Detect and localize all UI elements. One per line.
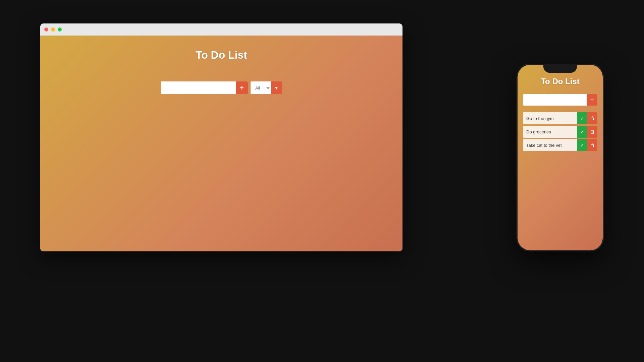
phone-device: To Do List + Go to the gym ✓ 🗑 Do grocer… <box>517 64 604 251</box>
filter-arrow-icon: ▼ <box>274 85 279 90</box>
todo-list: Go to the gym ✓ 🗑 Do groceries ✓ 🗑 Take … <box>523 112 597 151</box>
phone-screen: To Do List + Go to the gym ✓ 🗑 Do grocer… <box>518 65 603 250</box>
todo-item-3-check-button[interactable]: ✓ <box>577 139 587 151</box>
desktop-filter-select[interactable]: All Active Done <box>251 81 271 94</box>
todo-item-2-check-button[interactable]: ✓ <box>577 126 587 138</box>
todo-item-2-text: Do groceries <box>523 129 577 134</box>
desktop-add-button[interactable]: + <box>236 81 248 94</box>
maximize-button[interactable] <box>58 27 62 32</box>
phone-input-wrapper: + <box>523 94 597 106</box>
todo-item-3-delete-button[interactable]: 🗑 <box>587 139 597 151</box>
scene: To Do List + All Active Done ▼ <box>20 17 624 345</box>
desktop-input-wrapper: + <box>161 81 248 94</box>
todo-item-1-check-button[interactable]: ✓ <box>577 112 587 124</box>
desktop-browser: To Do List + All Active Done ▼ <box>40 23 402 251</box>
todo-item-1: Go to the gym ✓ 🗑 <box>523 112 597 124</box>
desktop-todo-input[interactable] <box>161 81 248 94</box>
todo-item-2-delete-button[interactable]: 🗑 <box>587 126 597 138</box>
phone-notch <box>543 65 577 73</box>
todo-item-1-delete-button[interactable]: 🗑 <box>587 112 597 124</box>
todo-item-3: Take cat to the vet ✓ 🗑 <box>523 139 597 151</box>
todo-item-3-text: Take cat to the vet <box>523 143 577 148</box>
minimize-button[interactable] <box>51 27 55 32</box>
close-button[interactable] <box>44 27 48 32</box>
phone-todo-input[interactable] <box>523 94 597 106</box>
browser-titlebar <box>40 23 402 36</box>
desktop-app-title: To Do List <box>196 49 247 61</box>
phone-add-button[interactable]: + <box>587 94 597 106</box>
phone-content: To Do List + Go to the gym ✓ 🗑 Do grocer… <box>518 65 603 250</box>
browser-content: To Do List + All Active Done ▼ <box>40 36 402 251</box>
phone-app-title: To Do List <box>541 77 580 86</box>
todo-item-1-text: Go to the gym <box>523 116 577 121</box>
todo-item-2: Do groceries ✓ 🗑 <box>523 126 597 138</box>
desktop-controls: + All Active Done ▼ <box>161 81 282 94</box>
desktop-filter-button[interactable]: ▼ <box>271 81 282 94</box>
desktop-filter-wrapper: All Active Done ▼ <box>251 81 282 94</box>
